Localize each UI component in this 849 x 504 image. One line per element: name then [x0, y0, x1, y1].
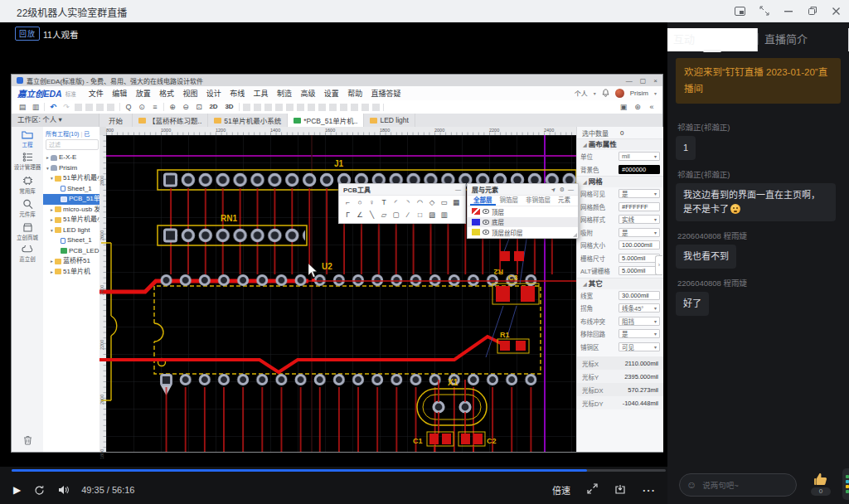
restore-icon[interactable]: [808, 6, 817, 16]
pcb-tool-icon[interactable]: ♀: [367, 198, 376, 207]
tab-all-layers[interactable]: 全部层: [470, 196, 496, 206]
pip-icon[interactable]: [735, 7, 745, 16]
message-input-box[interactable]: ☺: [679, 473, 797, 497]
property-control[interactable]: 可见▾: [619, 342, 660, 351]
tree-item[interactable]: ▸ 51单片机: [43, 267, 99, 278]
expander-icon[interactable]: ▾: [45, 163, 51, 174]
redo-icon[interactable]: ↷: [61, 102, 71, 112]
pcb-tool-icon[interactable]: T: [380, 198, 389, 207]
menu-item[interactable]: 工具: [249, 88, 272, 99]
property-control[interactable]: 100.000mil: [619, 240, 660, 250]
rail-item-design-manager[interactable]: 设计管理器: [12, 153, 43, 170]
find-replace-icon[interactable]: ⊙: [137, 102, 147, 112]
volume-icon[interactable]: [58, 485, 70, 495]
property-control[interactable]: 线条45°▾: [619, 303, 660, 313]
trash-icon[interactable]: [12, 435, 43, 447]
pcb-tool-icon[interactable]: ∕: [404, 211, 413, 220]
menu-item[interactable]: 放置: [131, 88, 154, 99]
bell-icon[interactable]: [602, 89, 609, 99]
layer-row-bottom[interactable]: 底层: [468, 217, 578, 228]
video-stage[interactable]: 回放 11人观看 嘉立创EDA(标准版) - 免费、易用、强大的在线电路设计软件…: [0, 22, 667, 467]
eye-icon[interactable]: [483, 230, 489, 235]
rail-item-component-library[interactable]: 元件库: [12, 199, 43, 217]
share-icon[interactable]: «: [647, 102, 657, 112]
workspace-menu[interactable]: 个人: [575, 89, 588, 98]
message-input[interactable]: [701, 480, 787, 491]
pcb-tool-icon[interactable]: ▥: [439, 211, 449, 220]
rail-item-common-library[interactable]: 常用库: [12, 176, 43, 194]
tab-live-intro[interactable]: 直播简介: [759, 28, 849, 51]
pcb-tool-icon[interactable]: ◠: [415, 198, 424, 207]
expander-icon[interactable]: ▸: [49, 215, 55, 225]
property-control[interactable]: 是▾: [619, 329, 660, 338]
gear-icon[interactable]: ⚙: [560, 187, 565, 193]
pcb-tool-icon[interactable]: ▢: [391, 211, 400, 220]
expand-icon[interactable]: [587, 482, 598, 497]
eda-minimize-icon[interactable]: —: [626, 77, 633, 85]
globe-icon[interactable]: ⊛: [633, 102, 643, 112]
pcb-tool-icon[interactable]: □: [415, 211, 424, 220]
tree-filter-input[interactable]: [46, 139, 99, 150]
tab-start[interactable]: 开始: [99, 114, 133, 127]
expander-icon[interactable]: ▸: [49, 205, 55, 216]
pcb-tool-icon[interactable]: ▭: [439, 198, 449, 207]
property-control[interactable]: 5.000mil: [619, 266, 660, 275]
expander-icon[interactable]: ▸: [49, 256, 55, 267]
menu-item[interactable]: 设计: [202, 88, 226, 99]
image-export-icon[interactable]: ▣: [619, 102, 628, 112]
eda-close-icon[interactable]: ×: [653, 77, 657, 85]
pcb-tool-icon[interactable]: ◇: [428, 198, 437, 207]
username[interactable]: Prisim: [630, 90, 648, 97]
menu-item[interactable]: 视图: [178, 88, 201, 99]
more-options[interactable]: ···: [643, 484, 656, 497]
pcb-tool-icon[interactable]: ▨: [428, 211, 437, 220]
tab-copper-layers[interactable]: 铜箔层: [497, 196, 522, 206]
expander-icon[interactable]: ▸: [49, 267, 55, 278]
pin-icon[interactable]: ➤: [550, 186, 558, 194]
pcb-tool-icon[interactable]: ⌐: [343, 198, 352, 207]
menu-item[interactable]: 编辑: [108, 88, 131, 99]
expander-icon[interactable]: ▾: [49, 225, 55, 236]
rail-item-project[interactable]: 工程: [12, 130, 43, 148]
pcb-tool-icon[interactable]: ◝: [404, 198, 413, 207]
fullscreen-icon[interactable]: [759, 6, 769, 16]
eda-maximize-icon[interactable]: ▢: [640, 77, 647, 85]
section-grid[interactable]: ◢网格: [577, 176, 663, 187]
panel-minimize-icon[interactable]: —: [568, 187, 574, 192]
tab-lanqiaobei[interactable]: 【蓝桥杯练习题..: [133, 114, 208, 127]
search-icon[interactable]: Q: [124, 102, 133, 112]
menu-item[interactable]: 制造: [273, 88, 296, 99]
eye-icon[interactable]: [483, 209, 489, 214]
property-control[interactable]: 是▾: [619, 228, 660, 237]
tree-item[interactable]: PCB_51单片: [43, 194, 99, 205]
tree-item[interactable]: ▾ LED light: [43, 225, 99, 236]
menu-item[interactable]: 设置: [320, 88, 343, 99]
minimize-icon[interactable]: [784, 6, 793, 16]
zoom-out-icon[interactable]: ⊖: [181, 102, 191, 112]
property-control[interactable]: mil▾: [619, 152, 660, 161]
menu-item[interactable]: 帮助: [343, 88, 366, 99]
menu-item[interactable]: 直播答疑: [366, 88, 405, 99]
tab-elements[interactable]: 元素: [555, 196, 574, 206]
rail-item-lcsc-mall[interactable]: 立创商城: [12, 223, 43, 240]
pcb-tool-icon[interactable]: Γ: [343, 211, 352, 220]
tree-item[interactable]: ▸ micro-usb 发光: [43, 205, 99, 216]
property-control[interactable]: #000000: [619, 165, 660, 174]
menu-item[interactable]: 布线: [226, 88, 249, 99]
undo-icon[interactable]: ↶: [48, 102, 58, 112]
view-2d-button[interactable]: 2D: [207, 102, 220, 112]
tab-51-system[interactable]: 51单片机最小系统: [208, 114, 288, 127]
pcb-tool-icon[interactable]: ▱: [380, 211, 389, 220]
layers-icon[interactable]: ≡: [150, 102, 160, 112]
play-button[interactable]: ▶: [13, 484, 21, 496]
resize-handle[interactable]: [573, 233, 577, 237]
rail-item-jlc[interactable]: 嘉立创: [12, 245, 43, 262]
close-icon[interactable]: [832, 7, 841, 16]
pcb-tool-icon[interactable]: ◜: [391, 198, 400, 207]
progress-track[interactable]: [12, 469, 666, 472]
eye-icon[interactable]: [483, 220, 489, 225]
refresh-icon[interactable]: [34, 485, 45, 496]
save-icon[interactable]: ▤: [17, 102, 27, 112]
layer-row-top[interactable]: 顶层: [468, 206, 578, 217]
zoom-fit-icon[interactable]: ⊡: [194, 102, 204, 112]
